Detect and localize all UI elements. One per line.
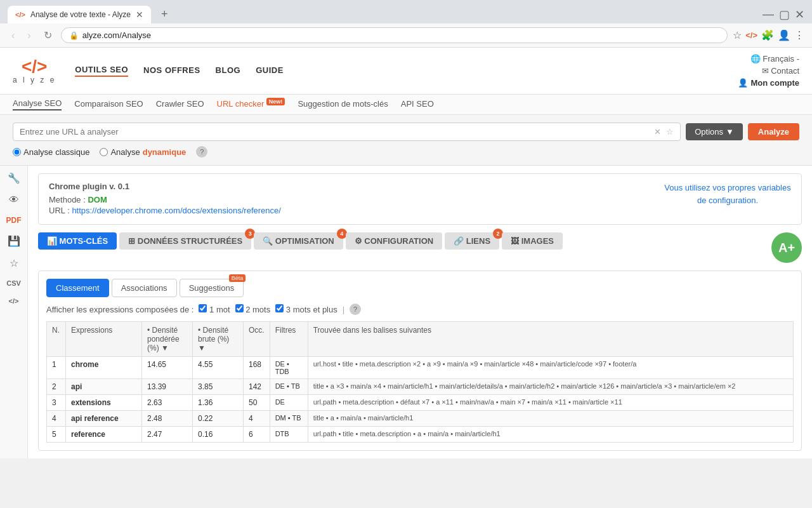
plugin-side-text[interactable]: Vous utilisez vos propres variables de c… <box>664 182 791 217</box>
content-area: 🔧 👁 PDF 💾 ☆ CSV </> Chrome plugin v. 0.1… <box>0 166 812 458</box>
tab-optimisation[interactable]: 🔍 OPTIMISATION 4 <box>254 232 343 250</box>
browser-tab[interactable]: </> Analyse de votre texte - Alyze ✕ <box>8 6 151 23</box>
filter-3-mots[interactable]: 3 mots et plus <box>275 304 337 314</box>
csv-icon[interactable]: CSV <box>6 279 21 287</box>
method-label: Methode : <box>49 195 86 204</box>
language-selector[interactable]: 🌐 Français - <box>750 54 799 64</box>
forward-button[interactable]: › <box>23 29 34 43</box>
url-value[interactable]: https://developer.chrome.com/docs/extens… <box>72 206 281 215</box>
contact-link[interactable]: ✉ Contact <box>762 66 799 76</box>
search-input-wrap[interactable]: ✕ ☆ <box>13 123 681 141</box>
reload-button[interactable]: ↻ <box>40 28 56 43</box>
wrench-icon[interactable]: 🔧 <box>8 172 20 184</box>
cell-density-pond: 2.48 <box>142 411 193 427</box>
filter-row: Afficher les expressions composées de : … <box>46 304 794 315</box>
pdf-icon[interactable]: PDF <box>6 216 22 225</box>
checkbox-1-mot[interactable] <box>199 304 207 312</box>
tab-close-button[interactable]: ✕ <box>136 10 143 20</box>
star-icon[interactable]: ☆ <box>10 257 18 269</box>
window-controls: — ▢ ✕ <box>763 8 804 22</box>
filter-prefix: Afficher les expressions composées de : <box>46 305 193 314</box>
col-header-density-pond[interactable]: • Densité pondérée (%) ▼ <box>142 322 193 357</box>
code-icon[interactable]: </> <box>745 30 757 40</box>
radio-classique-input[interactable] <box>13 148 21 156</box>
checkbox-2-mots[interactable] <box>235 304 244 312</box>
extensions-icon[interactable]: 🧩 <box>761 29 774 41</box>
col-header-density-brute[interactable]: • Densité brute (%) ▼ <box>193 322 244 357</box>
tab-suggestions[interactable]: Suggestions Béta <box>180 279 244 297</box>
tab-configuration[interactable]: ⚙ CONFIGURATION <box>346 232 442 250</box>
tab-mots-cles[interactable]: 📊 MOTS-CLÉS <box>38 232 117 250</box>
browser-toolbar: ‹ › ↻ 🔒 alyze.com/Analyse ☆ </> 🧩 👤 ⋮ <box>0 23 812 48</box>
subnav-url-checker[interactable]: URL checker New! <box>217 98 285 110</box>
tab-classement[interactable]: Classement <box>46 279 109 297</box>
address-bar[interactable]: 🔒 alyze.com/Analyse <box>61 27 728 43</box>
subnav-analyse-seo[interactable]: Analyse SEO <box>13 98 62 110</box>
cell-n: 2 <box>47 379 66 395</box>
chart-icon: 📊 <box>47 236 57 246</box>
radio-dynamique-label1: Analyse <box>110 147 140 157</box>
radio-classique[interactable]: Analyse classique <box>13 147 89 157</box>
cell-occ: 142 <box>244 379 270 395</box>
star-icon[interactable]: ☆ <box>733 29 742 41</box>
maximize-button[interactable]: ▢ <box>779 8 790 22</box>
profile-icon[interactable]: 👤 <box>778 29 790 41</box>
minimize-button[interactable]: — <box>763 8 774 21</box>
logo[interactable]: </> a l y z e <box>13 58 56 84</box>
inner-panel: Classement Associations Suggestions Béta… <box>38 271 802 451</box>
logo-text: a l y z e <box>13 76 56 84</box>
subnav-suggestion-mots-cles[interactable]: Suggestion de mots-clés <box>298 99 388 110</box>
subnav-comparaison-seo[interactable]: Comparaison SEO <box>74 99 143 110</box>
cell-density-brute: 4.55 <box>193 357 244 379</box>
checkbox-3-mots[interactable] <box>275 304 284 312</box>
nav-item-guide[interactable]: GUIDE <box>256 65 284 76</box>
new-tab-button[interactable]: + <box>156 5 173 23</box>
browser-toolbar-right: ☆ </> 🧩 👤 ⋮ <box>733 29 804 41</box>
cell-filtres: DE <box>270 395 308 411</box>
cell-balises: title • a • main/a • main/article/h1 <box>308 411 793 427</box>
menu-icon[interactable]: ⋮ <box>794 29 804 41</box>
url-text: alyze.com/Analyse <box>82 30 720 40</box>
tab-liens[interactable]: 🔗 LIENS 2 <box>445 232 499 250</box>
search-icon: 🔍 <box>263 236 273 246</box>
cell-occ: 4 <box>244 411 270 427</box>
clear-icon[interactable]: ✕ <box>654 127 661 137</box>
back-button[interactable]: ‹ <box>8 29 18 43</box>
grade-badge: A+ <box>771 232 802 263</box>
filter-1-mot[interactable]: 1 mot <box>199 304 230 314</box>
table-row: 3 extensions 2.63 1.36 50 DE url.path • … <box>47 395 794 411</box>
cell-density-brute: 0.22 <box>193 411 244 427</box>
nav-item-nos-offres[interactable]: NOS OFFRES <box>143 65 200 76</box>
nav-item-outils-seo[interactable]: OUTILS SEO <box>75 65 128 77</box>
save-icon[interactable]: 💾 <box>8 235 20 247</box>
radio-dynamique-input[interactable] <box>100 148 108 156</box>
tab-title: Analyse de votre texte - Alyze <box>30 10 131 19</box>
options-button[interactable]: Options ▼ <box>686 123 743 140</box>
cell-expr: chrome <box>66 357 142 379</box>
tab-associations[interactable]: Associations <box>112 279 177 297</box>
cell-density-brute: 3.85 <box>193 379 244 395</box>
cell-expr: api reference <box>66 411 142 427</box>
tab-images[interactable]: 🖼 IMAGES <box>502 232 563 250</box>
tab-donnees-structurees[interactable]: ⊞ DONNÉES STRUCTURÉES 3 <box>119 232 251 250</box>
nav-item-blog[interactable]: BLOG <box>216 65 241 76</box>
subnav-api-seo[interactable]: API SEO <box>401 99 434 110</box>
eye-icon[interactable]: 👁 <box>9 194 19 206</box>
subnav-crawler-seo[interactable]: Crawler SEO <box>156 99 204 110</box>
account-link[interactable]: 👤 Mon compte <box>738 78 799 88</box>
help-icon[interactable]: ? <box>196 146 207 157</box>
close-button[interactable]: ✕ <box>795 8 804 22</box>
search-input[interactable] <box>20 127 654 137</box>
col-header-balises: Trouvée dans les balises suivantes <box>308 322 793 357</box>
url-label: URL : <box>49 206 70 215</box>
filter-help-icon[interactable]: ? <box>350 304 361 315</box>
bookmark-icon[interactable]: ☆ <box>666 127 674 137</box>
cell-density-brute: 1.36 <box>193 395 244 411</box>
filter-2-mots[interactable]: 2 mots <box>235 304 271 314</box>
cell-density-pond: 13.39 <box>142 379 193 395</box>
radio-classique-label2: classique <box>55 147 89 157</box>
radio-dynamique[interactable]: Analyse dynamique <box>100 147 186 157</box>
code-icon[interactable]: </> <box>9 297 19 305</box>
radio-classique-label1: Analyse <box>23 147 53 157</box>
analyze-button[interactable]: Analyze <box>748 123 799 140</box>
